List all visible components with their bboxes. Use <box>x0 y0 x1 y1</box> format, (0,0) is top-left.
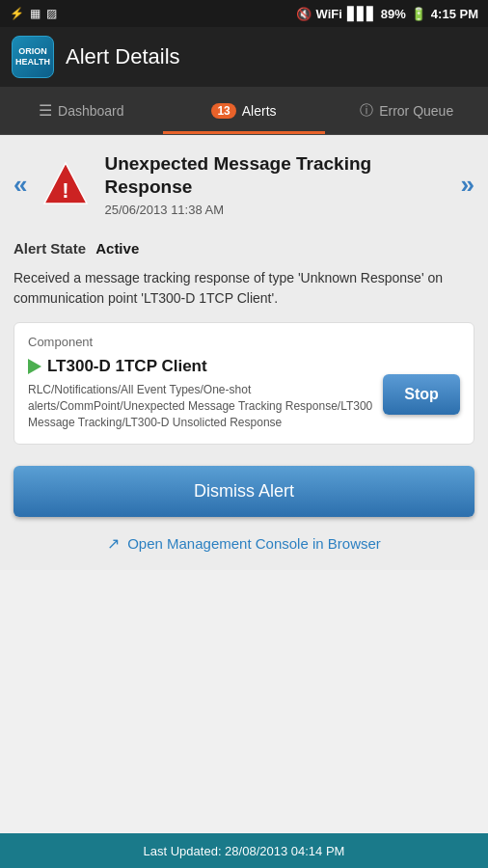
alert-state-row: Alert State Active <box>0 234 488 268</box>
alerts-badge: 13 <box>211 103 235 119</box>
main-content: « ! Unexpected Message Tracking Response… <box>0 135 488 570</box>
nav-tabs: ☰ Dashboard 13 Alerts ⓘ Error Queue <box>0 87 488 135</box>
alerts-label: Alerts <box>242 103 277 119</box>
status-bar: ⚡ ▦ ▨ 🔇 WiFi ▋▋▋ 89% 🔋 4:15 PM <box>0 0 488 27</box>
svg-text:!: ! <box>63 178 69 203</box>
tab-error-queue[interactable]: ⓘ Error Queue <box>325 87 488 134</box>
console-link-text: Open Management Console in Browser <box>127 535 381 552</box>
component-left: LT300-D 1TCP Client RLC/Notifications/Al… <box>28 357 373 432</box>
battery-percent: 89% <box>381 7 406 21</box>
clock: 4:15 PM <box>431 7 478 21</box>
status-left-icons: ⚡ ▦ ▨ <box>10 7 57 20</box>
dismiss-alert-button[interactable]: Dismiss Alert <box>14 466 474 517</box>
image-icon: ▨ <box>46 7 57 20</box>
component-card: Component LT300-D 1TCP Client RLC/Notifi… <box>14 322 474 445</box>
alert-title-block: Unexpected Message Tracking Response 25/… <box>104 152 447 217</box>
component-row: LT300-D 1TCP Client RLC/Notifications/Al… <box>28 357 460 432</box>
component-name: LT300-D 1TCP Client <box>47 357 207 376</box>
alert-icon-wrap: ! <box>41 159 91 209</box>
alert-date: 25/06/2013 11:38 AM <box>104 203 447 217</box>
component-label: Component <box>28 335 460 349</box>
play-icon <box>28 359 41 374</box>
alert-description: Received a message tracking response of … <box>0 268 488 322</box>
wifi-icon: WiFi <box>316 7 342 21</box>
prev-alert-button[interactable]: « <box>14 170 27 200</box>
signal-icon: ▋▋▋ <box>347 7 376 21</box>
sim-icon: ▦ <box>30 7 41 20</box>
dashboard-label: Dashboard <box>58 103 124 119</box>
app-header: ORIONHEALTH Alert Details <box>0 27 488 87</box>
usb-icon: ⚡ <box>10 7 24 20</box>
warning-icon: ! <box>41 159 91 209</box>
app-logo: ORIONHEALTH <box>12 36 54 78</box>
error-queue-label: Error Queue <box>379 103 453 119</box>
mute-icon: 🔇 <box>296 7 312 21</box>
hamburger-icon: ☰ <box>39 101 52 120</box>
last-updated: Last Updated: 28/08/2013 04:14 PM <box>144 844 345 858</box>
footer: Last Updated: 28/08/2013 04:14 PM <box>0 833 488 868</box>
alert-title: Unexpected Message Tracking Response <box>104 152 447 199</box>
external-link-icon: ↗ <box>107 534 120 553</box>
alert-header: « ! Unexpected Message Tracking Response… <box>0 135 488 234</box>
page-title: Alert Details <box>66 44 180 69</box>
open-console-link[interactable]: ↗ Open Management Console in Browser <box>0 517 488 570</box>
next-alert-button[interactable]: » <box>461 170 474 200</box>
tab-alerts[interactable]: 13 Alerts <box>163 87 326 134</box>
error-queue-icon: ⓘ <box>360 102 373 120</box>
component-name-row: LT300-D 1TCP Client <box>28 357 373 376</box>
battery-icon: 🔋 <box>411 7 426 21</box>
status-right: 🔇 WiFi ▋▋▋ 89% 🔋 4:15 PM <box>296 7 479 21</box>
tab-dashboard[interactable]: ☰ Dashboard <box>0 87 163 134</box>
component-path: RLC/Notifications/All Event Types/One-sh… <box>28 382 373 432</box>
stop-button[interactable]: Stop <box>383 374 460 415</box>
alert-state-label: Alert State <box>14 240 86 257</box>
alert-state-value: Active <box>95 240 139 257</box>
